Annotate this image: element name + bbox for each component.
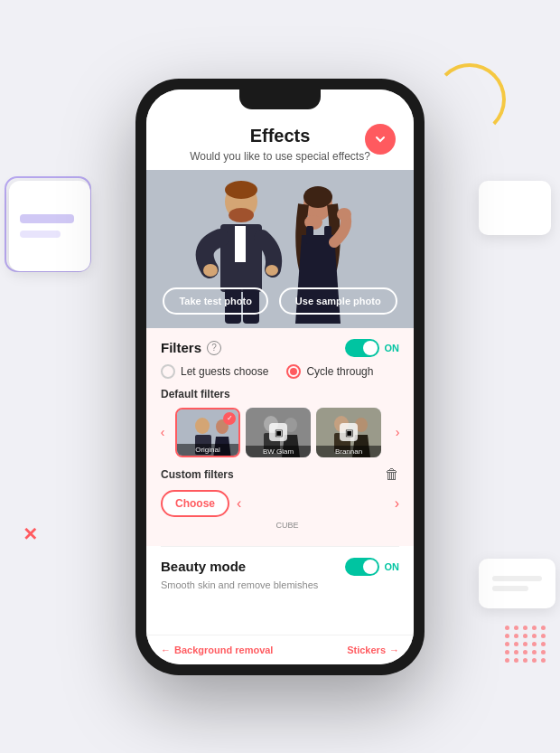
- deco-card-right-bottom: [479, 559, 555, 608]
- beauty-description: Smooth skin and remove blemishes: [161, 579, 399, 590]
- deco-line2: [20, 231, 61, 238]
- next-nav-label: Stickers: [347, 645, 386, 655]
- filter-icon-brannan: ▣: [340, 423, 358, 441]
- beauty-title: Beauty mode: [161, 559, 246, 574]
- radio-cycle-through[interactable]: Cycle through: [286, 364, 373, 379]
- custom-filters-row: Custom filters 🗑: [146, 457, 414, 486]
- beauty-toggle-knob: [363, 560, 378, 574]
- radio-label-cycle: Cycle through: [306, 365, 373, 378]
- take-test-photo-button[interactable]: Take test photo: [163, 287, 267, 315]
- choose-filter-button[interactable]: Choose: [161, 490, 229, 517]
- svg-point-7: [266, 265, 278, 276]
- close-button[interactable]: [365, 124, 396, 155]
- photo-preview-area: Take test photo Use sample photo: [146, 170, 414, 328]
- deco-dots: [505, 626, 546, 663]
- page-title: Effects: [164, 126, 396, 146]
- phone-frame: Effects Would you like to use special ef…: [135, 79, 425, 675]
- filters-title: Filters: [161, 340, 201, 355]
- beauty-toggle-row: ON: [345, 558, 400, 576]
- radio-label-guests: Let guests choose: [181, 365, 268, 378]
- svg-point-3: [229, 208, 254, 222]
- default-filters-label: Default filters: [146, 388, 414, 400]
- use-sample-photo-button[interactable]: Use sample photo: [279, 287, 397, 315]
- cube-label: CUBE: [146, 521, 414, 530]
- filters-section: Filters ? ON: [146, 328, 414, 546]
- radio-circle-guests: [161, 364, 175, 379]
- filters-header-section: Filters ? ON: [146, 328, 414, 357]
- trash-icon[interactable]: 🗑: [385, 466, 399, 483]
- bottom-navigation: ← Background removal Stickers →: [146, 635, 414, 664]
- svg-point-6: [203, 264, 218, 277]
- svg-point-17: [195, 418, 210, 434]
- filter-prev-button[interactable]: ‹: [154, 423, 172, 441]
- filter-name-original: Original: [177, 444, 238, 456]
- filters-title-row: Filters ?: [161, 340, 221, 355]
- help-icon[interactable]: ?: [207, 341, 221, 355]
- filter-name-brannan: Brannan: [316, 446, 381, 457]
- page-subtitle: Would you like to use special effects?: [164, 150, 396, 163]
- svg-point-2: [225, 181, 257, 199]
- deco-line: [492, 586, 528, 591]
- filters-toggle[interactable]: [345, 339, 379, 357]
- filters-header: Filters ? ON: [161, 339, 399, 357]
- photo-buttons-row: Take test photo Use sample photo: [146, 287, 414, 315]
- content-area: Filters ? ON: [146, 328, 414, 635]
- filter-thumb-original[interactable]: ✓ Original: [175, 408, 240, 457]
- svg-rect-13: [306, 226, 313, 244]
- beauty-toggle-label: ON: [385, 561, 400, 572]
- filter-thumb-brannan[interactable]: ▣ Brannan: [316, 408, 381, 457]
- deco-line1: [20, 214, 74, 223]
- deco-card-left: [9, 181, 90, 271]
- back-nav-label: Background removal: [174, 645, 273, 655]
- filters-toggle-label: ON: [385, 343, 400, 353]
- phone-notch: [239, 89, 321, 109]
- phone-screen: Effects Would you like to use special ef…: [146, 89, 414, 664]
- filter-name-bwglam: BW Glam: [246, 446, 311, 457]
- toggle-knob: [363, 341, 378, 355]
- deco-arc: [434, 63, 506, 136]
- filter-next-button[interactable]: ›: [388, 423, 406, 441]
- beauty-toggle[interactable]: [345, 558, 379, 576]
- custom-filter-controls: Choose ‹ ›: [146, 486, 414, 521]
- filter-strip: ✓ Original: [175, 408, 385, 457]
- deco-x: ✕: [23, 523, 38, 545]
- svg-point-15: [337, 208, 351, 221]
- filters-toggle-row: ON: [345, 339, 400, 357]
- filter-check-icon: ✓: [223, 412, 236, 425]
- radio-let-guests[interactable]: Let guests choose: [161, 364, 268, 379]
- back-arrow-icon: ←: [161, 645, 171, 655]
- radio-circle-cycle: [286, 364, 301, 379]
- back-nav-button[interactable]: ← Background removal: [161, 645, 273, 655]
- svg-point-11: [303, 186, 332, 208]
- beauty-header: Beauty mode ON: [161, 558, 399, 576]
- custom-filter-prev[interactable]: ‹: [237, 495, 241, 512]
- beauty-section: Beauty mode ON Smooth skin and remove bl…: [146, 547, 414, 596]
- filter-thumb-bwglam[interactable]: ▣ BW Glam: [246, 408, 311, 457]
- filter-icon-bwglam: ▣: [269, 423, 287, 441]
- deco-line: [492, 576, 542, 581]
- deco-card-right-top: [479, 181, 551, 235]
- next-nav-button[interactable]: Stickers →: [347, 645, 399, 655]
- filter-strip-wrapper: ‹: [146, 408, 414, 457]
- custom-filter-next[interactable]: ›: [395, 495, 399, 512]
- filter-radio-row: Let guests choose Cycle through: [146, 364, 414, 379]
- custom-filters-label: Custom filters: [161, 468, 234, 481]
- svg-rect-5: [235, 226, 246, 262]
- next-arrow-icon: →: [389, 645, 399, 655]
